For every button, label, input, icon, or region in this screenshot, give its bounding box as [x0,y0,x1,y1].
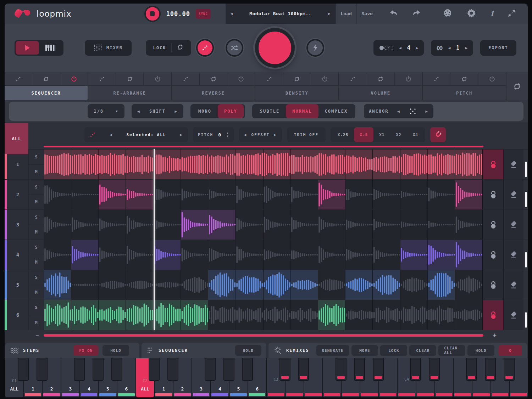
module-dice-button[interactable] [5,72,32,85]
undo-icon[interactable] [390,10,398,18]
midi-icon[interactable] [443,9,452,19]
track-scroll-indicator[interactable] [523,150,528,179]
module-refresh-button[interactable] [116,72,143,85]
info-icon[interactable]: i [491,9,493,18]
module-tab-label[interactable]: SEQUENCER [5,86,88,100]
black-key[interactable] [18,358,29,381]
module-power-button[interactable] [60,72,88,85]
global-lock-button[interactable]: LOCK [146,40,191,56]
module-dice-button[interactable] [339,72,366,85]
module-refresh-button[interactable] [283,72,311,85]
track-scroll-indicator[interactable] [523,240,528,270]
module-power-button[interactable] [143,72,171,85]
remix-move-button[interactable]: MOVE [351,345,378,356]
pitch-stepper[interactable]: ▲▼ [227,132,229,137]
offset-left-icon[interactable]: ◀ [244,133,247,137]
black-key[interactable] [466,358,477,381]
offset-right-icon[interactable]: ▶ [274,133,277,137]
black-key[interactable] [74,358,85,381]
remix-clear-button[interactable]: CLEAR [409,345,436,356]
playhead[interactable] [154,149,155,330]
track-erase-button[interactable] [503,300,523,330]
track-scroll-indicator[interactable] [523,270,528,300]
track-erase-button[interactable] [503,270,523,300]
remix-clear-all-button[interactable]: CLEAR ALL [438,345,465,356]
track-erase-button[interactable] [503,210,523,240]
module-power-button[interactable] [478,72,506,85]
play-button[interactable] [16,41,39,55]
module-power-button[interactable] [394,72,422,85]
solo-button[interactable]: S [29,180,44,195]
black-key[interactable] [504,358,515,381]
speed-x5-button[interactable]: X.5 [354,127,373,142]
zoom-out-button[interactable]: – [36,332,39,338]
track-lock-button[interactable] [483,210,503,240]
track-number[interactable]: 2 [7,180,29,209]
module-tab-reverse[interactable]: REVERSE [172,72,255,100]
trim-button[interactable]: TRIM OFF [287,127,326,142]
black-key[interactable] [485,358,496,381]
export-button[interactable]: EXPORT [480,40,516,56]
track-number[interactable]: 3 [7,210,29,240]
black-key[interactable] [149,358,160,381]
black-key[interactable] [429,358,440,381]
track-lock-button[interactable] [483,180,503,209]
variation-complex-button[interactable]: COMPLEX [318,104,354,118]
solo-button[interactable]: S [29,300,44,315]
sequencer-hold-button[interactable]: HOLD [235,345,262,356]
module-tab-label[interactable]: DENSITY [255,86,338,100]
module-tab-volume[interactable]: VOLUME [339,72,422,100]
remix-lock-button[interactable]: LOCK [380,345,407,356]
global-refresh-button[interactable] [506,72,528,100]
mute-button[interactable]: M [29,285,44,300]
preset-selector[interactable]: ◀ Modular Beat 100bpm.. ▶ [226,4,336,24]
module-refresh-button[interactable] [367,72,394,85]
main-remix-knob[interactable] [255,28,295,68]
stop-button[interactable] [144,6,161,22]
black-key[interactable] [167,358,178,381]
select-all-button[interactable]: ALL [5,123,28,154]
module-tab-label[interactable]: RE-ARRANGE [88,86,171,100]
track-scroll-indicator[interactable] [523,300,528,330]
mono-button[interactable]: MONO [192,104,218,118]
rate-dropdown[interactable]: 1/8 ▼ [88,104,124,118]
module-tab-sequencer[interactable]: SEQUENCER [5,72,88,100]
bpm-value[interactable]: 100.00 [166,10,190,17]
preset-prev-icon[interactable]: ◀ [231,11,233,16]
solo-button[interactable]: S [29,270,44,285]
keys-mode-button[interactable] [39,44,62,52]
selector-next-icon[interactable]: ▶ [180,133,183,137]
speed-x2-button[interactable]: X2 [390,127,407,142]
stems-hold-button[interactable]: HOLD [102,345,129,356]
module-dice-button[interactable] [255,72,283,85]
module-dice-button[interactable] [423,72,450,85]
shift-left-icon[interactable]: ◀ [137,109,140,114]
anchor-right-icon[interactable]: ▶ [425,109,428,114]
track-number[interactable]: 4 [7,240,29,270]
anchor-left-icon[interactable]: ◀ [397,109,400,114]
speed-x4-button[interactable]: X4 [407,127,424,142]
lock-refresh-icon[interactable] [177,44,184,52]
track-lock-button[interactable] [483,270,503,300]
fx-on-button[interactable]: FX ON [73,345,98,356]
solo-button[interactable]: S [29,150,44,165]
mute-button[interactable]: M [29,195,44,210]
track-number[interactable]: 6 [7,300,29,330]
magnet-snap-button[interactable] [430,127,446,142]
load-button[interactable]: Load [336,4,356,24]
track-lock-button[interactable] [483,150,503,179]
module-refresh-button[interactable] [450,72,478,85]
variation-normal-button[interactable]: NORMAL [286,104,318,118]
black-key[interactable] [354,358,365,381]
module-tab-pitch[interactable]: PITCH [423,72,506,100]
mixer-button[interactable]: MIXER [85,40,132,56]
module-tab-label[interactable]: VOLUME [339,86,422,100]
length-prev-icon[interactable]: ◀ [399,46,401,50]
settings-gear-icon[interactable] [467,9,476,19]
module-power-button[interactable] [227,72,255,85]
solo-button[interactable]: S [29,210,44,225]
module-power-button[interactable] [311,72,338,85]
loop-region-bar[interactable] [44,146,483,147]
track-number[interactable]: 5 [7,270,29,300]
poly-button[interactable]: POLY [218,104,244,118]
